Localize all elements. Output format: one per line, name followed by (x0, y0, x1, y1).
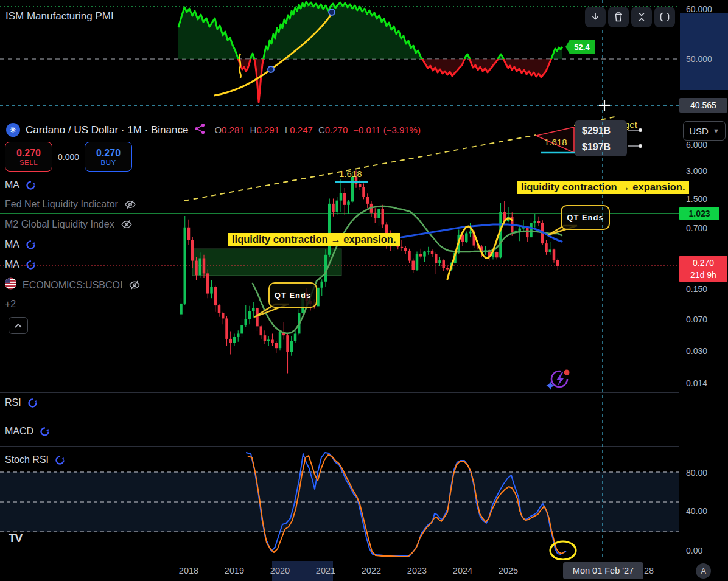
eye-off-icon[interactable] (128, 279, 141, 291)
candle-body (526, 227, 529, 237)
fullscreen-icon (659, 12, 670, 23)
tooltip-row: $291B (582, 122, 627, 139)
symbol-title[interactable]: Cardano / US Dollar · 1M · Binance (26, 124, 188, 136)
annotation-liquidity-2[interactable]: liquidity contraction → expansion. (517, 181, 689, 194)
candle-body (248, 311, 251, 319)
currency-label: USD (689, 126, 709, 136)
scale-label: 40.00 (686, 506, 707, 516)
pmi-last-value-badge: 52.4 (565, 40, 595, 54)
crosshair-date-tooltip: Mon 01 Feb '27 (563, 562, 643, 579)
us-flag-icon (5, 278, 16, 292)
candle-body (256, 308, 259, 327)
share-icon[interactable] (194, 122, 206, 137)
scale-label: 0.014 (686, 378, 707, 388)
candle-body (343, 193, 346, 205)
fullscreen-button[interactable] (654, 7, 675, 27)
candle-body (328, 204, 331, 255)
spinner-icon[interactable] (26, 260, 36, 270)
candle-body (545, 243, 548, 252)
spinner-icon[interactable] (40, 426, 50, 437)
indicator-row-ma[interactable]: MA (5, 239, 36, 250)
ohlc-item: C0.270 (318, 125, 348, 135)
indicator-label: MA (5, 179, 19, 190)
indicator-row-fed-net-liquidity-indicator[interactable]: Fed Net Liquidity Indicator (5, 198, 136, 210)
scale-label: 0.00 (686, 546, 702, 555)
indicator-label: Fed Net Liquidity Indicator (5, 199, 118, 210)
candle-body (245, 319, 248, 325)
candle-body (271, 339, 274, 343)
candle-body (184, 228, 187, 304)
candle-body (408, 251, 411, 261)
candle-body (222, 313, 225, 318)
trash-icon (613, 12, 624, 23)
pane-legend-stoch-rsi[interactable]: Stoch RSI (5, 454, 65, 465)
eye-off-icon[interactable] (124, 198, 136, 210)
candle-body (416, 254, 419, 270)
pane-label: Stoch RSI (5, 454, 49, 465)
candle-body (210, 287, 213, 294)
yellow-circle-stoch (550, 541, 576, 560)
fib-label-top[interactable]: 1.618 (544, 137, 567, 147)
candle-body (195, 261, 198, 276)
boost-icon-dot (564, 370, 570, 375)
pmi-pane-title[interactable]: ISM Manufacturing PMI (5, 10, 114, 23)
currency-selector[interactable]: USD ▼ (683, 121, 726, 141)
indicator-row-economics-usbcoi[interactable]: ECONOMICS:USBCOI (5, 278, 141, 292)
ohlc-item: H0.291 (250, 125, 279, 135)
candle-body (199, 258, 202, 275)
fib-label-2021[interactable]: 1.618 (339, 169, 362, 179)
candle-body (556, 260, 559, 266)
collapse-panes-button[interactable] (631, 7, 652, 27)
annotation-liquidity-1[interactable]: liquidity contraction → expansion. (228, 233, 400, 246)
candle-body (359, 184, 362, 187)
collapse-panes-icon (636, 12, 647, 23)
tradingview-logo[interactable]: TV (9, 532, 22, 545)
spinner-icon[interactable] (26, 180, 36, 190)
indicator-row-m2-global-liquidity-index[interactable]: M2 Global Liquidity Index (5, 218, 133, 231)
indicator-row-ma[interactable]: MA (5, 259, 36, 270)
trade-panel: 0.270 SELL 0.000 0.270 BUY (5, 142, 132, 172)
price-scale[interactable]: 60.00050.0006.0003.0001.5000.7000.3000.1… (679, 0, 728, 581)
candle-body (519, 229, 522, 231)
sell-button[interactable]: 0.270 SELL (5, 142, 52, 172)
last-price-badge: 0.270 21d 9h (679, 256, 727, 282)
candle-body (412, 261, 415, 270)
cardano-logo-icon: ❋ (6, 123, 20, 137)
pane-toolbar (585, 7, 675, 27)
scale-label: 80.00 (686, 468, 707, 478)
indicator-row-ma[interactable]: MA (5, 179, 36, 190)
auto-scale-badge[interactable]: A (696, 563, 711, 579)
candle-body (465, 233, 468, 242)
qt-ends-callout-2[interactable]: QT Ends (561, 205, 610, 230)
spinner-icon[interactable] (27, 398, 38, 408)
pane-separator[interactable] (0, 392, 728, 393)
pane-separator[interactable] (0, 116, 728, 116)
qt-ends-callout-1[interactable]: QT Ends (268, 282, 317, 308)
pane-separator[interactable] (0, 419, 728, 419)
candle-body (362, 187, 365, 197)
indicator-row--2[interactable]: +2 (5, 299, 16, 310)
eye-off-icon[interactable] (121, 218, 133, 231)
buy-button[interactable]: 0.270 BUY (85, 142, 132, 172)
candle-body (324, 255, 327, 282)
candle-body (260, 326, 263, 335)
spinner-icon[interactable] (26, 240, 36, 250)
download-button[interactable] (585, 7, 606, 27)
candle-body (203, 258, 206, 273)
collapse-legend-button[interactable] (9, 317, 28, 334)
candle-body (419, 254, 422, 257)
candle-body (240, 325, 243, 333)
chevron-down-icon: ▼ (713, 127, 719, 134)
scale-label: 0.030 (686, 346, 707, 356)
indicator-label: MA (5, 239, 19, 250)
trash-button[interactable] (608, 7, 629, 27)
pane-legend-rsi[interactable]: RSI (5, 397, 38, 408)
sell-price: 0.270 (16, 148, 41, 159)
candle-body (237, 333, 240, 337)
spinner-icon[interactable] (55, 455, 65, 465)
pane-separator[interactable] (0, 446, 728, 447)
candle-body (252, 308, 255, 311)
pane-legend-macd[interactable]: MACD (5, 426, 50, 437)
candle-body (218, 305, 221, 313)
time-axis[interactable]: 2018201920202021202220232024202528 Mon 0… (0, 560, 728, 581)
